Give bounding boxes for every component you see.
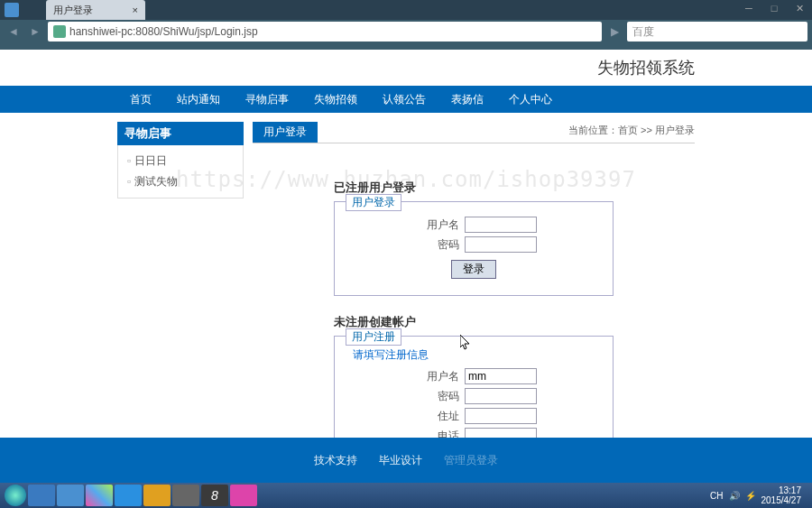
maximize-button[interactable]: □ — [761, 0, 787, 16]
breadcrumb: 当前位置：首页 >> 用户登录 — [568, 124, 695, 137]
start-button[interactable] — [5, 485, 26, 506]
main-content: 用户登录 当前位置：首页 >> 用户登录 已注册用户登录 用户登录 用户名 — [253, 122, 695, 483]
task-icon[interactable] — [115, 485, 142, 506]
clock[interactable]: 13:17 2015/4/27 — [761, 485, 802, 505]
back-button[interactable]: ◄ — [5, 23, 23, 41]
nav-praise[interactable]: 表扬信 — [438, 92, 496, 107]
register-password-input[interactable] — [465, 388, 537, 404]
pwd-label: 密码 — [411, 237, 465, 253]
ime-indicator[interactable]: CH — [710, 491, 723, 501]
page-header: 失物招领系统 — [0, 50, 812, 86]
close-button[interactable]: ✕ — [787, 0, 812, 16]
address-bar[interactable]: hanshiwei-pc:8080/ShiWu/jsp/Login.jsp — [48, 22, 602, 42]
reg-user-label: 用户名 — [411, 369, 465, 384]
forward-button[interactable]: ► — [26, 23, 44, 41]
search-bar[interactable]: 百度 — [627, 22, 807, 42]
app-icon — [5, 3, 19, 17]
task-icon[interactable] — [172, 485, 199, 506]
register-hint: 请填写注册信息 — [353, 347, 595, 363]
login-password-input[interactable] — [465, 236, 537, 253]
page: https://www.huzhan.com/ishop39397 失物招领系统… — [0, 50, 812, 483]
sidebar-title: 寻物启事 — [117, 122, 244, 145]
login-section: 已注册用户登录 用户登录 用户名 密码 登录 — [334, 180, 614, 296]
footer-link[interactable]: 毕业设计 — [379, 453, 422, 468]
footer-link[interactable]: 管理员登录 — [444, 453, 498, 468]
minimize-button[interactable]: ─ — [736, 0, 761, 16]
task-icon[interactable] — [230, 485, 257, 506]
nav-bar: ◄ ► hanshiwei-pc:8080/ShiWu/jsp/Login.js… — [0, 20, 812, 43]
sidebar: 寻物启事 日日日 测试失物 — [117, 122, 244, 483]
register-address-input[interactable] — [465, 408, 537, 424]
tray-icon[interactable]: 🔊 — [729, 491, 740, 501]
tray-icon[interactable]: ⚡ — [745, 491, 756, 501]
nav-claim[interactable]: 认领公告 — [370, 92, 438, 107]
close-icon[interactable]: × — [133, 5, 138, 15]
task-icon[interactable] — [28, 485, 55, 506]
reg-pwd-label: 密码 — [411, 389, 465, 404]
reg-addr-label: 住址 — [411, 409, 465, 424]
task-icon[interactable] — [57, 485, 84, 506]
content-tab[interactable]: 用户登录 — [253, 122, 318, 143]
nav-home[interactable]: 首页 — [117, 92, 164, 107]
go-button[interactable]: ▶ — [605, 23, 623, 41]
sidebar-item[interactable]: 日日日 — [124, 151, 237, 171]
user-label: 用户名 — [411, 217, 465, 233]
task-icon[interactable] — [143, 485, 171, 506]
nav-lost[interactable]: 失物招领 — [301, 92, 370, 107]
url-text: hanshiwei-pc:8080/ShiWu/jsp/Login.jsp — [69, 25, 258, 38]
nav-notice[interactable]: 站内通知 — [164, 92, 233, 107]
register-username-input[interactable] — [465, 368, 537, 384]
login-legend: 用户登录 — [346, 194, 401, 211]
site-icon — [53, 25, 66, 38]
sidebar-item[interactable]: 测试失物 — [124, 171, 237, 192]
login-username-input[interactable] — [465, 217, 537, 233]
forms: 已注册用户登录 用户登录 用户名 密码 登录 — [253, 143, 695, 483]
register-legend: 用户注册 — [346, 328, 401, 346]
task-icon[interactable]: 8 — [201, 485, 228, 506]
nav-seek[interactable]: 寻物启事 — [233, 92, 301, 107]
main-nav: 首页 站内通知 寻物启事 失物招领 认领公告 表扬信 个人中心 — [0, 86, 812, 113]
nav-profile[interactable]: 个人中心 — [496, 92, 565, 107]
content-area: 寻物启事 日日日 测试失物 用户登录 当前位置：首页 >> 用户登录 已注册用户… — [0, 113, 812, 483]
page-footer: 技术支持 毕业设计 管理员登录 — [0, 438, 812, 483]
login-button[interactable]: 登录 — [451, 260, 496, 279]
tab-title: 用户登录 — [53, 4, 93, 17]
taskbar: 8 CH 🔊 ⚡ 13:17 2015/4/27 — [0, 483, 812, 508]
search-placeholder: 百度 — [632, 24, 654, 40]
titlebar: 用户登录 × ─ □ ✕ — [0, 0, 812, 20]
browser-chrome: 用户登录 × ─ □ ✕ ◄ ► hanshiwei-pc:8080/ShiWu… — [0, 0, 812, 50]
browser-tab[interactable]: 用户登录 × — [46, 0, 145, 20]
system-tray: CH 🔊 ⚡ 13:17 2015/4/27 — [710, 485, 808, 505]
footer-link[interactable]: 技术支持 — [314, 453, 357, 468]
task-icon[interactable] — [86, 485, 113, 506]
system-title: 失物招领系统 — [597, 59, 695, 77]
